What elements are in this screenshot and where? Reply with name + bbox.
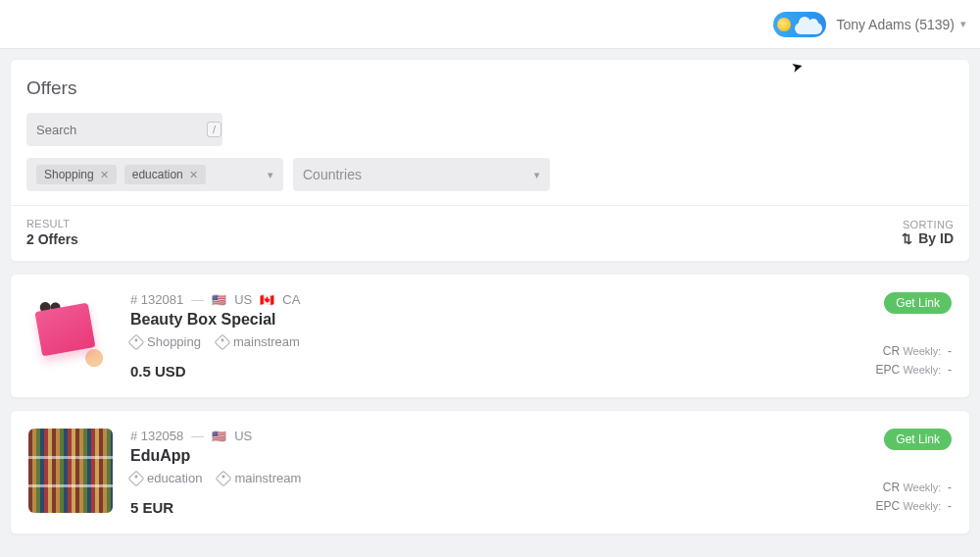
search-shortcut-hint: / (207, 122, 221, 137)
epc-period: Weekly: (903, 500, 941, 512)
tag-icon (216, 470, 232, 486)
offer-main: # 132081 — 🇺🇸 US 🇨🇦 CA Beauty Box Specia… (130, 292, 787, 380)
offer-tag: education (130, 471, 202, 485)
tag-icon (128, 333, 145, 350)
offer-tag-label: mainstream (233, 334, 300, 349)
countries-placeholder: Countries (303, 167, 362, 182)
flag-icon: 🇨🇦 (260, 293, 274, 307)
tags-filter[interactable]: Shopping ✕ education ✕ ▾ (26, 158, 283, 191)
get-link-button[interactable]: Get Link (884, 292, 952, 314)
top-bar: Tony Adams (5139) ▾ (0, 0, 980, 49)
separator: — (191, 429, 204, 443)
offer-title: EduApp (130, 447, 787, 465)
offer-title: Beauty Box Special (130, 311, 787, 329)
chevron-down-icon: ▾ (534, 169, 540, 181)
user-label: Tony Adams (5139) (836, 17, 955, 32)
search-field[interactable]: / (26, 113, 222, 146)
sorting-control[interactable]: SORTING ⇅ By ID (902, 219, 954, 247)
countries-filter[interactable]: Countries ▾ (293, 158, 550, 191)
offer-card[interactable]: # 132081 — 🇺🇸 US 🇨🇦 CA Beauty Box Specia… (10, 274, 970, 398)
search-input[interactable] (36, 123, 201, 137)
filter-chip[interactable]: education ✕ (124, 165, 206, 184)
cr-period: Weekly: (903, 481, 941, 493)
flag-icon: 🇺🇸 (212, 430, 226, 443)
offer-tag: mainstream (218, 471, 301, 485)
offer-id: # 132058 (130, 429, 183, 443)
offer-main: # 132058 — 🇺🇸 US EduApp education mainst… (130, 429, 787, 516)
cr-value: - (948, 481, 952, 494)
epc-value: - (948, 499, 952, 513)
separator: — (191, 292, 204, 307)
offer-stats: CR Weekly: - EPC Weekly: - (875, 342, 952, 380)
theme-toggle[interactable] (773, 12, 826, 37)
epc-label: EPC (875, 363, 900, 377)
sorting-label: SORTING (902, 219, 954, 230)
filter-chip-label: education (132, 168, 183, 181)
tag-icon (214, 333, 230, 350)
country-code: CA (282, 292, 300, 307)
offer-tag: mainstream (217, 334, 300, 349)
close-icon[interactable]: ✕ (100, 169, 109, 181)
cr-label: CR (883, 344, 900, 358)
cr-period: Weekly: (903, 345, 941, 357)
filter-chip-label: Shopping (44, 168, 94, 181)
country-code: US (234, 292, 252, 307)
offer-tag: Shopping (130, 334, 201, 349)
get-link-button[interactable]: Get Link (884, 429, 952, 450)
offer-tag-label: education (147, 471, 202, 485)
offer-tag-label: Shopping (147, 334, 201, 349)
offer-thumbnail (28, 429, 113, 513)
close-icon[interactable]: ✕ (189, 169, 198, 181)
cr-label: CR (883, 481, 900, 494)
tag-icon (128, 470, 145, 486)
page-title: Offers (26, 77, 954, 99)
offers-panel: Offers / Shopping ✕ education ✕ ▾ (10, 59, 970, 262)
page-body: Offers / Shopping ✕ education ✕ ▾ (0, 49, 980, 556)
filter-chip[interactable]: Shopping ✕ (36, 165, 117, 184)
chevron-down-icon: ▾ (960, 18, 966, 30)
country-code: US (234, 429, 252, 443)
sorting-value: By ID (918, 230, 954, 246)
epc-value: - (948, 363, 952, 377)
result-label: RESULT (26, 218, 78, 229)
epc-period: Weekly: (903, 364, 941, 376)
user-menu[interactable]: Tony Adams (5139) ▾ (836, 17, 966, 32)
offer-tag-label: mainstream (234, 471, 301, 485)
summary-bar: RESULT 2 Offers SORTING ⇅ By ID (11, 205, 969, 261)
offer-card[interactable]: # 132058 — 🇺🇸 US EduApp education mainst… (10, 410, 970, 534)
offer-thumbnail (28, 292, 113, 377)
cr-value: - (948, 344, 952, 358)
flag-icon: 🇺🇸 (212, 293, 226, 307)
result-value: 2 Offers (26, 231, 78, 247)
offer-stats: CR Weekly: - EPC Weekly: - (875, 479, 952, 516)
sort-icon: ⇅ (902, 231, 912, 246)
cloud-icon (795, 23, 822, 34)
chevron-down-icon: ▾ (268, 169, 273, 181)
offer-payout: 0.5 USD (130, 363, 787, 380)
sun-icon (777, 18, 791, 31)
offer-payout: 5 EUR (130, 499, 787, 516)
offer-id: # 132081 (130, 292, 183, 307)
epc-label: EPC (875, 499, 900, 513)
